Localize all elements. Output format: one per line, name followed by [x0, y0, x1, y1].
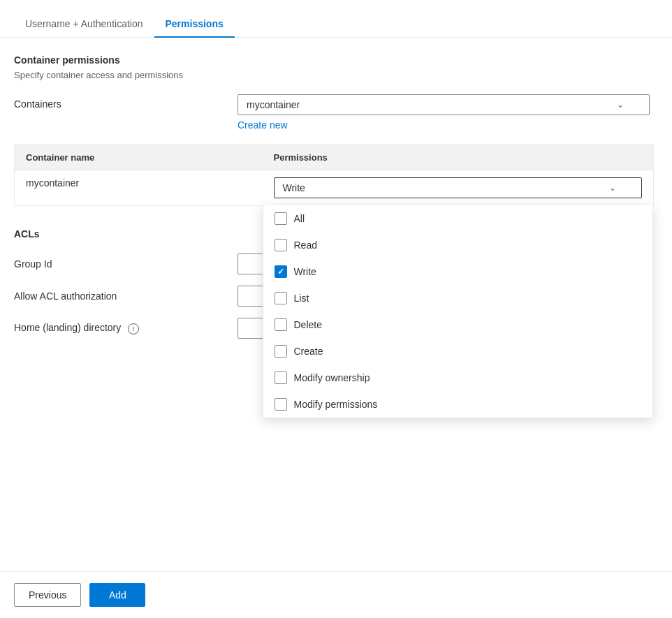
dropdown-item-read[interactable]: Read — [263, 232, 653, 258]
containers-dropdown-trigger[interactable]: mycontainer ⌄ — [238, 94, 650, 115]
dropdown-item-write[interactable]: Write — [263, 258, 653, 285]
dropdown-item-modify-ownership[interactable]: Modify ownership — [263, 365, 653, 391]
col-header-container-name: Container name — [15, 145, 263, 170]
previous-button[interactable]: Previous — [14, 583, 81, 607]
containers-label: Containers — [14, 94, 238, 110]
option-label-modify-permissions: Modify permissions — [294, 399, 378, 410]
checkbox-delete[interactable] — [275, 318, 287, 331]
col-header-permissions: Permissions — [263, 145, 654, 170]
permissions-dropdown-menu: All Read Write — [263, 205, 654, 418]
dropdown-item-modify-permissions[interactable]: Modify permissions — [263, 391, 653, 418]
dropdown-item-all[interactable]: All — [263, 205, 653, 232]
table-cell-permissions: Write ⌄ All — [263, 170, 654, 206]
permissions-table: Container name Permissions mycontainer W… — [14, 145, 654, 206]
tab-username-auth[interactable]: Username + Authentication — [14, 11, 154, 38]
add-button[interactable]: Add — [89, 583, 145, 607]
create-new-link[interactable]: Create new — [238, 119, 288, 131]
permissions-dropdown-value: Write — [283, 182, 305, 193]
checkbox-all[interactable] — [275, 212, 287, 225]
dropdown-item-create[interactable]: Create — [263, 338, 653, 365]
section-title: Container permissions — [14, 54, 658, 66]
chevron-down-icon: ⌄ — [617, 100, 624, 110]
footer: Previous Add — [0, 571, 672, 618]
dropdown-item-delete[interactable]: Delete — [263, 311, 653, 338]
info-icon[interactable]: i — [128, 323, 139, 334]
option-label-create: Create — [294, 346, 323, 357]
checkbox-list[interactable] — [275, 292, 287, 304]
option-label-write: Write — [294, 266, 316, 277]
option-label-delete: Delete — [294, 319, 322, 330]
page-container: Username + Authentication Permissions Co… — [0, 0, 672, 618]
container-permissions-section: Container permissions Specify container … — [14, 54, 658, 206]
checkbox-modify-permissions[interactable] — [275, 398, 287, 411]
tab-permissions[interactable]: Permissions — [154, 11, 235, 38]
section-desc: Specify container access and permissions — [14, 70, 658, 80]
checkbox-create[interactable] — [275, 345, 287, 358]
content-area: Container permissions Specify container … — [0, 38, 672, 571]
dropdown-item-list[interactable]: List — [263, 285, 653, 311]
checkbox-write[interactable] — [275, 265, 287, 278]
home-dir-label: Home (landing) directory i — [14, 322, 238, 334]
table-row: mycontainer Write ⌄ — [15, 170, 654, 206]
checkbox-read[interactable] — [275, 239, 287, 251]
option-label-list: List — [294, 293, 309, 304]
permissions-chevron-icon: ⌄ — [609, 183, 616, 193]
group-id-label: Group Id — [14, 258, 238, 270]
option-label-read: Read — [294, 240, 317, 251]
containers-dropdown-value: mycontainer — [247, 99, 300, 110]
option-label-all: All — [294, 213, 305, 224]
containers-dropdown: mycontainer ⌄ — [238, 94, 650, 115]
containers-row: Containers mycontainer ⌄ Create new — [14, 94, 658, 131]
option-label-modify-ownership: Modify ownership — [294, 372, 370, 383]
checkbox-modify-ownership[interactable] — [275, 371, 287, 384]
containers-form-control: mycontainer ⌄ Create new — [238, 94, 658, 131]
table-cell-container-name: mycontainer — [15, 170, 263, 206]
allow-acl-label: Allow ACL authorization — [14, 290, 238, 302]
tabs-bar: Username + Authentication Permissions — [0, 11, 672, 38]
permissions-dropdown-trigger[interactable]: Write ⌄ — [274, 177, 643, 198]
